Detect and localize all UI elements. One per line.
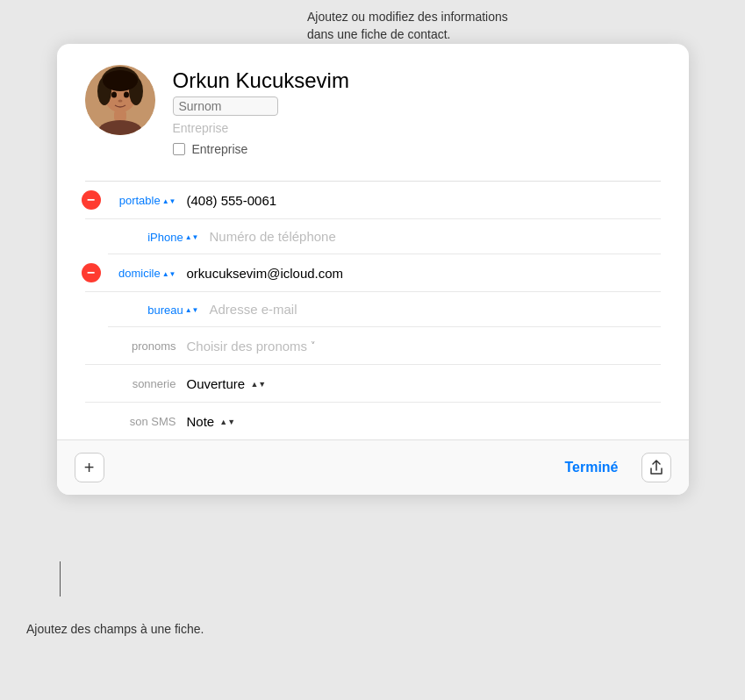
pronoms-chevron-icon: ˅ [311,340,316,352]
pronoms-value[interactable]: Choisir des pronoms ˅ [187,339,317,354]
tooltip-top-text: Ajoutez ou modifiez des informations dan… [307,10,508,41]
email-1-label-area: domicile▲▼ [108,265,187,281]
share-button[interactable] [641,453,671,482]
contact-header: Orkun Kucuksevim Entreprise Entreprise [85,65,661,156]
tooltip-bottom-arrow [60,561,61,596]
avatar-image [85,65,155,135]
phone-2-placeholder[interactable]: Numéro de téléphone [210,229,661,244]
phone-field-1: − portable▲▼ (408) 555-0061 [85,182,661,219]
card-footer: + Terminé [57,439,689,495]
email-2-label[interactable]: bureau▲▼ [147,304,198,317]
svg-rect-7 [114,111,126,121]
tooltip-bottom-text: Ajoutez des champs à une fiche. [26,622,204,636]
company-checkbox[interactable] [173,143,185,155]
company-placeholder: Entreprise [173,119,349,137]
add-field-icon: + [84,458,95,478]
company-row: Entreprise [173,142,349,156]
pronoms-label-area: pronoms [108,338,187,354]
sonnerie-label: sonnerie [133,377,176,390]
phone-1-label[interactable]: portable▲▼ [119,194,176,207]
email-field-2: bureau▲▼ Adresse e-mail [108,292,661,327]
remove-email-1-button[interactable]: − [82,263,101,282]
email-2-placeholder[interactable]: Adresse e-mail [210,302,661,317]
phone-2-label-area: iPhone▲▼ [131,229,210,245]
phone-1-value[interactable]: (408) 555-0061 [187,193,661,208]
sonnerie-field: sonnerie Ouverture ▲▼ [85,365,661,403]
termine-button[interactable]: Terminé [554,454,628,481]
tooltip-top: Ajoutez ou modifiez des informations dan… [307,9,527,43]
sonnerie-stepper-icon: ▲▼ [250,381,266,389]
remove-phone-1-button[interactable]: − [82,190,101,210]
son-sms-remove-placeholder [82,411,101,431]
contact-full-name: Orkun Kucuksevim [173,68,349,93]
pronoms-field: pronoms Choisir des pronoms ˅ [85,327,661,365]
sonnerie-label-area: sonnerie [108,375,187,391]
add-field-button[interactable]: + [75,453,104,482]
email-2-remove-placeholder [104,300,124,319]
fields-section: − portable▲▼ (408) 555-0061 iPhone▲▼ Num… [85,181,661,439]
phone-2-remove-placeholder [104,227,124,246]
tooltip-bottom: Ajoutez des champs à une fiche. [26,621,219,639]
pronoms-label: pronoms [132,339,176,353]
avatar [85,65,155,135]
phone-field-2: iPhone▲▼ Numéro de téléphone [108,219,661,254]
son-sms-label: son SMS [130,415,176,428]
svg-point-9 [111,92,117,98]
nickname-input[interactable] [173,96,278,116]
email-1-value[interactable]: orkucuksevim@icloud.com [187,266,661,281]
phone-2-label[interactable]: iPhone▲▼ [147,231,198,244]
son-sms-field: son SMS Note ▲▼ [85,403,661,439]
email-field-1: − domicile▲▼ orkucuksevim@icloud.com [85,254,661,292]
pronoms-remove-placeholder [82,336,101,355]
email-1-label[interactable]: domicile▲▼ [118,267,176,280]
contact-name-area: Orkun Kucuksevim Entreprise Entreprise [173,65,349,156]
son-sms-stepper-icon: ▲▼ [219,418,235,426]
svg-point-6 [103,70,138,91]
company-checkbox-label: Entreprise [192,142,248,156]
email-2-label-area: bureau▲▼ [131,302,210,318]
contact-card: Orkun Kucuksevim Entreprise Entreprise −… [57,44,689,495]
share-icon [648,460,664,475]
son-sms-value[interactable]: Note ▲▼ [187,414,661,429]
son-sms-label-area: son SMS [108,413,187,429]
svg-point-10 [124,92,129,98]
footer-right: Terminé [554,453,670,482]
sonnerie-remove-placeholder [82,374,101,393]
card-body: Orkun Kucuksevim Entreprise Entreprise −… [57,44,689,439]
svg-point-11 [118,100,122,103]
sonnerie-value[interactable]: Ouverture ▲▼ [187,376,661,391]
phone-1-label-area: portable▲▼ [108,192,187,208]
